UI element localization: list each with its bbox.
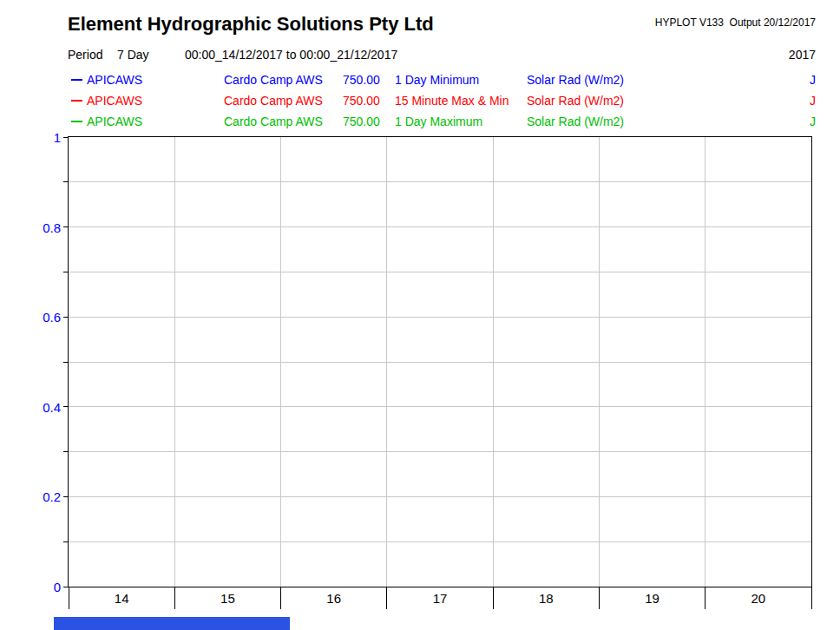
legend-trace-type: 1 Day Maximum <box>395 115 482 128</box>
hyplot-version-info: HYPLOT V133 Output 20/12/2017 <box>655 16 816 29</box>
gridline-vertical <box>705 137 705 587</box>
legend-row-maximum: APICAWS Cardo Camp AWS 750.00 1 Day Maxi… <box>0 115 840 129</box>
page-title: Element Hydrographic Solutions Pty Ltd <box>68 13 434 36</box>
legend-station: APICAWS <box>87 73 142 87</box>
y-axis-tick <box>63 226 69 227</box>
gridline-horizontal <box>69 317 811 318</box>
legend-sensor-number: 750.00 <box>343 73 380 87</box>
legend-station: APICAWS <box>87 115 142 128</box>
x-axis-tick <box>599 587 600 609</box>
y-axis-tick-label: 0.2 <box>43 489 61 504</box>
x-axis-tick-label: 18 <box>539 591 554 606</box>
x-axis-tick <box>280 587 281 609</box>
x-axis-tick <box>705 587 705 609</box>
gridline-vertical <box>599 137 600 587</box>
y-axis-tick <box>63 496 69 497</box>
gridline-horizontal <box>69 451 811 452</box>
y-axis-tick <box>63 181 69 182</box>
y-axis-tick <box>63 362 69 363</box>
x-axis-tick-label: 15 <box>220 591 235 606</box>
period-year: 2017 <box>789 48 816 62</box>
y-axis-tick <box>63 137 69 138</box>
plot-area: 00.20.40.60.8114151617181920 <box>68 136 812 587</box>
hyplot-output-window: { "header": { "title": "Element Hydrogra… <box>0 0 840 630</box>
x-axis-tick-label: 14 <box>115 591 129 606</box>
gridline-vertical <box>493 137 494 587</box>
gridline-vertical <box>174 137 175 587</box>
legend-trace-type: 1 Day Minimum <box>395 73 479 87</box>
legend-line-sample-icon <box>71 100 82 102</box>
x-axis-tick <box>493 587 494 609</box>
legend-sensor-number: 750.00 <box>343 115 380 128</box>
legend-variable: Solar Rad (W/m2) <box>527 73 624 87</box>
legend-unit: J <box>810 115 816 128</box>
legend-variable: Solar Rad (W/m2) <box>527 94 624 108</box>
gridline-horizontal <box>69 541 811 542</box>
gridline-horizontal <box>69 362 811 363</box>
x-axis-tick <box>811 587 812 609</box>
gridline-horizontal <box>69 406 811 407</box>
y-axis-tick-label: 0.4 <box>43 399 61 414</box>
legend-row-minimum: APICAWS Cardo Camp AWS 750.00 1 Day Mini… <box>0 73 840 88</box>
gridline-horizontal <box>69 226 811 227</box>
x-axis-tick <box>69 587 69 609</box>
x-axis-tick-label: 17 <box>433 591 448 606</box>
period-duration: 7 Day <box>117 48 149 62</box>
legend-sensor-number: 750.00 <box>343 94 380 108</box>
legend-station: APICAWS <box>87 94 142 108</box>
legend-unit: J <box>810 73 816 87</box>
x-axis-tick <box>386 587 387 609</box>
y-axis-tick <box>63 451 69 452</box>
y-axis-tick <box>63 406 69 407</box>
data-availability-bar <box>54 617 290 630</box>
gridline-horizontal <box>69 181 811 182</box>
y-axis-tick-label: 0.8 <box>43 220 61 234</box>
legend-trace-type: 15 Minute Max & Min <box>395 94 509 108</box>
period-range: 00:00_14/12/2017 to 00:00_21/12/2017 <box>185 48 397 62</box>
legend-row-max-min: APICAWS Cardo Camp AWS 750.00 15 Minute … <box>0 94 840 108</box>
legend-site: Cardo Camp AWS <box>224 94 323 108</box>
y-axis-tick-label: 1 <box>54 130 61 145</box>
gridline-vertical <box>280 137 281 587</box>
gridline-horizontal <box>69 496 811 497</box>
period-row: Period 7 Day 00:00_14/12/2017 to 00:00_2… <box>0 48 840 63</box>
period-label: Period <box>68 48 102 62</box>
legend-unit: J <box>810 94 816 108</box>
y-axis-tick-label: 0 <box>54 580 61 594</box>
legend-site: Cardo Camp AWS <box>224 73 323 87</box>
x-axis-tick <box>174 587 175 609</box>
x-axis-tick-label: 20 <box>751 591 766 606</box>
y-axis-tick <box>63 541 69 542</box>
legend-site: Cardo Camp AWS <box>224 115 323 128</box>
gridline-vertical <box>386 137 387 587</box>
y-axis-tick <box>63 272 69 272</box>
legend-line-sample-icon <box>71 121 82 122</box>
y-axis-tick-label: 0.6 <box>43 310 61 325</box>
gridline-horizontal <box>69 272 811 272</box>
legend-line-sample-icon <box>71 79 82 81</box>
x-axis-tick-label: 16 <box>326 591 341 606</box>
y-axis-tick <box>63 317 69 318</box>
legend-variable: Solar Rad (W/m2) <box>527 115 624 128</box>
x-axis-tick-label: 19 <box>645 591 660 606</box>
